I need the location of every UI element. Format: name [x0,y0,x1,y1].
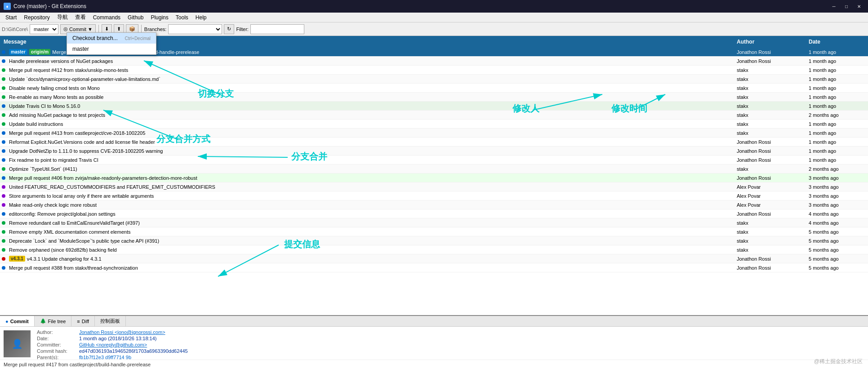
close-button[interactable]: ✕ [854,2,864,10]
menu-item-查看[interactable]: 查看 [71,13,89,22]
table-row[interactable]: Disable newly failing cmod tests on Mono… [0,84,868,93]
menu-item-tools[interactable]: Tools [172,13,192,22]
log-rows: masterorigin/mMerge pull request #417 fr… [0,48,868,315]
menu-item-commands[interactable]: Commands [89,13,124,22]
table-row[interactable]: Merge pull request #413 from castleproje… [0,129,868,138]
bottom-tab-1[interactable]: 🌲File tree [35,316,72,326]
commit-date-cell: 3 months ago [805,175,868,181]
master-branch-item[interactable]: master [67,44,156,54]
table-row[interactable]: Update `docs/dynamicproxy-optional-param… [0,75,868,84]
graph-dot [2,77,5,81]
committer-value[interactable]: GitHub <noreply@github.com> [79,342,147,347]
graph-dot [2,50,5,54]
bottom-tab-3[interactable]: 控制面板 [95,316,126,326]
commit-date-cell: 5 months ago [805,238,868,244]
commit-details: Author: Jonathon Rossi <jono@ignorossi.c… [34,327,868,360]
table-row[interactable]: Handle prerelease versions of NuGet pack… [0,57,868,66]
commit-author-cell: Jonathon Rossi [733,148,805,154]
branches-select[interactable] [168,24,222,34]
table-row[interactable]: Remove orphaned (since 692d82fb) backing… [0,245,868,254]
commit-author-cell: stakx [733,238,805,244]
table-row[interactable]: Remove redundant call to EmitCalEnsureVa… [0,218,868,227]
commit-message-text: Handle prerelease versions of NuGet pack… [9,58,113,64]
menu-item-plugins[interactable]: Plugins [147,13,172,22]
commit-date-cell: 1 month ago [805,76,868,82]
minimize-button[interactable]: ─ [828,2,839,10]
parent-value[interactable]: fb1b7f12e3 d9ff7714 9b [79,355,131,360]
table-row[interactable]: Optimize `TypeUtil.Sort` (#411)stakx2 mo… [0,164,868,173]
checkout-branch-item[interactable]: Checkout branch... Ctrl+Decimal [67,33,156,44]
commit-message-cell: editorconfig: Remove project/global.json… [0,211,733,217]
author-label: Author: [37,329,77,335]
commit-date-cell: 3 months ago [805,184,868,190]
commit-message-text: Update Travis CI to Mono 5.16.0 [9,103,80,109]
bottom-tab-0[interactable]: ●Commit [0,316,35,326]
table-row[interactable]: Merge pull request #412 from stakx/unski… [0,66,868,75]
table-row[interactable]: v4.3.1v4.3.1 Update changelog for 4.3.1J… [0,254,868,263]
table-row[interactable]: Merge pull request #388 from stakx/threa… [0,263,868,272]
bottom-tab-2[interactable]: ≡Diff [71,316,95,326]
table-row[interactable]: Deprecate `Lock` and `ModuleScope`'s pub… [0,236,868,245]
parent-label: Parent(s): [37,355,77,360]
commit-message-text: Merge pull request #406 from zvirja/make… [9,175,197,181]
commit-author-cell: Alex Povar [733,193,805,199]
bottom-content: 👤 Author: Jonathon Rossi <jono@ignorossi… [0,327,868,360]
table-row[interactable]: Add missing NuGet package to test projec… [0,111,868,120]
table-row[interactable]: Remove empty XML documentation comment e… [0,227,868,236]
table-row[interactable]: Reformat Explicit.NuGet.Versions code an… [0,138,868,147]
branch-dropdown[interactable]: master [30,24,58,34]
table-row[interactable]: Re-enable as many Mono tests as possible… [0,93,868,102]
window-controls: ─ □ ✕ [828,2,864,10]
commit-message-text: Update build instructions [9,121,63,127]
commit-date-cell: 1 month ago [805,94,868,100]
commit-author-cell: stakx [733,85,805,91]
commit-author-cell: Alex Povar [733,202,805,208]
commit-message-text: Remove orphaned (since 692d82fb) backing… [9,247,117,253]
table-row[interactable]: Upgrade DotNetZip to 1.11.0 to suppress … [0,147,868,156]
commit-date-cell: 1 month ago [805,148,868,154]
filter-input[interactable] [250,24,304,34]
menu-item-start[interactable]: Start [2,13,20,22]
commit-message-cell: Merge pull request #413 from castleproje… [0,130,733,136]
commit-author-cell: stakx [733,94,805,100]
commit-date-cell: 5 months ago [805,265,868,271]
table-row[interactable]: Make read-only check logic more robustAl… [0,200,868,209]
commit-message-cell: v4.3.1v4.3.1 Update changelog for 4.3.1 [0,256,733,262]
menu-item-导航[interactable]: 导航 [53,13,71,22]
commit-dropdown-menu: Checkout branch... Ctrl+Decimal master [67,32,156,55]
refresh-button[interactable]: ↻ [224,24,234,34]
table-row[interactable]: United FEATURE_READ_CUSTOMMODIFIERS and … [0,182,868,191]
branch-label: origin/m [29,49,50,55]
graph-dot [2,212,5,216]
commit-date-cell: 1 month ago [805,130,868,136]
maximize-button[interactable]: □ [841,2,852,10]
commit-date-cell: 1 month ago [805,67,868,73]
table-row[interactable]: Update Travis CI to Mono 5.16.0stakx1 mo… [0,102,868,111]
table-row[interactable]: Fix readme to point to migrated Travis C… [0,156,868,164]
commit-date-cell: 3 months ago [805,202,868,208]
commit-avatar: 👤 [4,330,31,357]
commit-date-cell: 2 months ago [805,112,868,118]
table-row[interactable]: Store arguments to local array only if t… [0,191,868,200]
commit-dropdown-arrow[interactable]: ▼ [88,27,93,32]
branch-label: v4.3.1 [9,256,25,262]
commit-author-cell: stakx [733,112,805,118]
commit-author-cell: stakx [733,166,805,172]
commit-date-cell: 3 months ago [805,193,868,199]
table-row[interactable]: editorconfig: Remove project/global.json… [0,209,868,218]
menu-item-repository[interactable]: Repository [20,13,53,22]
commit-date-cell: 4 months ago [805,220,868,226]
table-row[interactable]: Update build instructionsstakx1 month ag… [0,120,868,129]
commit-message-text: Merge pull request #388 from stakx/threa… [9,265,138,271]
commit-message-text: Fix readme to point to migrated Travis C… [9,157,98,163]
graph-dot [2,68,5,72]
commit-message-cell: Upgrade DotNetZip to 1.11.0 to suppress … [0,148,733,154]
table-row[interactable]: Merge pull request #406 from zvirja/make… [0,173,868,182]
menu-item-help[interactable]: Help [192,13,210,22]
graph-dot [2,176,5,180]
menu-item-github[interactable]: Github [124,13,147,22]
graph-dot [2,257,5,261]
author-value[interactable]: Jonathon Rossi <jono@ignorossi.com> [79,329,165,335]
hash-row: Commit hash: ed47d036193a19465286f1703a6… [37,348,865,354]
graph-dot [2,230,5,234]
